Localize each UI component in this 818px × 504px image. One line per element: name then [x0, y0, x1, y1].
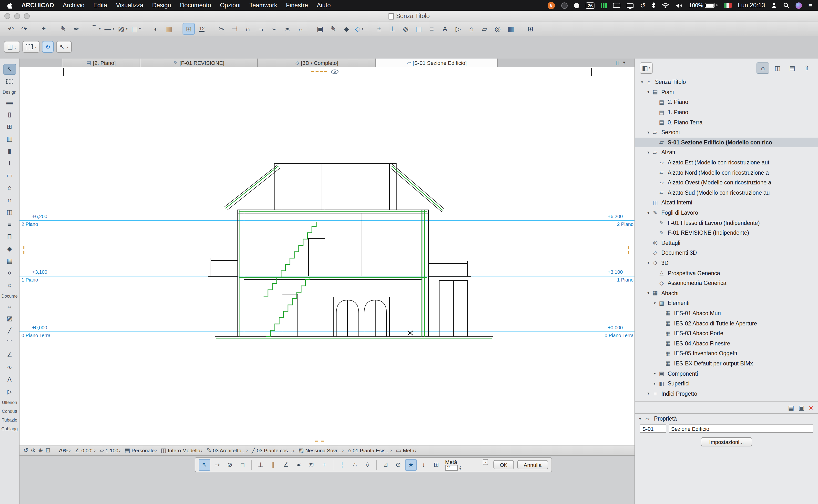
toolbar-view-3d-button[interactable]: ◇▼ — [353, 23, 365, 34]
tab-2-piano[interactable]: ▤[2. Piano] — [62, 59, 140, 67]
slab-tool[interactable]: ▭ — [3, 170, 16, 181]
stair-tool[interactable]: ≡ — [3, 219, 16, 230]
offset-snap-button[interactable]: ≍ — [293, 459, 304, 471]
display-icon[interactable] — [613, 3, 621, 8]
apple-menu-icon[interactable] — [6, 2, 17, 9]
parallel-snap-button[interactable]: ∥ — [267, 459, 279, 471]
user-icon[interactable] — [771, 2, 777, 8]
tab-3d-completo[interactable]: ◇[3D / Completo] — [258, 59, 376, 67]
layout-book-button[interactable]: ▤ — [786, 62, 798, 73]
toolbox-group-condutt[interactable]: Condutt — [2, 409, 17, 414]
tree-item-20[interactable]: ◇Assonometria Generica — [635, 278, 818, 288]
menu-item-archicad[interactable]: ARCHICAD — [17, 2, 58, 9]
tree-item-17[interactable]: ◇Documenti 3D — [635, 248, 818, 258]
toolbar-fill-bucket-button[interactable]: ◆ — [340, 23, 352, 34]
wall-tool[interactable]: ▬ — [3, 97, 16, 108]
eraser-button[interactable]: ⊘ — [224, 459, 236, 471]
toolbox-group-tubazio[interactable]: Tubazio — [2, 418, 17, 423]
toolbar-grid-snap-button[interactable]: ⊞ — [182, 23, 195, 34]
mesh-tool[interactable]: ▦ — [3, 255, 16, 266]
siri-icon[interactable] — [796, 2, 802, 9]
tree-item-3[interactable]: ▤1. Piano — [635, 107, 818, 117]
toolbar-undo-button[interactable]: ↶ — [5, 23, 17, 34]
toolbar-dimension-units-button[interactable]: 12 — [196, 23, 208, 34]
section-line-end-left[interactable] — [63, 68, 64, 76]
statusbar-structure-filter[interactable]: ◫Intero Modello› — [161, 447, 204, 454]
toolbar-offset-button[interactable]: ≍ — [281, 23, 293, 34]
marquee-tool[interactable] — [3, 76, 16, 87]
toolbar-line-options-dropdown[interactable]: —▼ — [103, 23, 116, 34]
door-tool[interactable]: ▯ — [3, 109, 16, 120]
editing-plane-button[interactable]: ◊ — [362, 459, 373, 471]
dimension-tool[interactable]: ↔ — [3, 301, 16, 312]
menu-item-teamwork[interactable]: Teamwork — [245, 2, 281, 9]
tree-item-18[interactable]: ▾◇3D — [635, 258, 818, 268]
tree-item-9[interactable]: ▱Alzato Nord (Modello con ricostruzione … — [635, 168, 818, 178]
toolbox-group-docume[interactable]: Docume — [1, 294, 18, 299]
toolbar-trim-button[interactable]: ¬ — [255, 23, 267, 34]
toolbar-schedule-button[interactable]: ▦ — [505, 23, 517, 34]
statusbar-view-options[interactable]: ▤Personale› — [124, 447, 158, 454]
tree-item-21[interactable]: ▾▦Abachi — [635, 288, 818, 298]
publisher-sets-button[interactable]: ⇧ — [800, 62, 813, 73]
menubar-clock[interactable]: Lun 20:13 — [738, 2, 765, 9]
label-tool[interactable]: ▷ — [3, 386, 16, 397]
disclosure-icon[interactable]: ▾ — [645, 150, 652, 155]
arrow-history-button[interactable]: ↖› — [56, 41, 71, 53]
tree-item-14[interactable]: ✎F-01 Flusso di Lavoro (Indipendente) — [635, 218, 818, 228]
tree-item-26[interactable]: ▦IES-04 Abaco Finestre — [635, 338, 818, 348]
toolbar-fill-options-dropdown[interactable]: ▨▼ — [117, 23, 129, 34]
toolbar-virtual-trace-button[interactable]: ▥ — [163, 23, 175, 34]
statusbar-rotation[interactable]: ∠0,00°› — [75, 447, 97, 454]
spline-tool[interactable]: ∿ — [3, 362, 16, 373]
perpendicular-snap-button[interactable]: ⊥ — [255, 459, 266, 471]
disclosure-icon[interactable]: ▾ — [645, 211, 652, 215]
tree-item-11[interactable]: ▱Alzato Sud (Modello con ricostruzione a… — [635, 188, 818, 198]
toolbar-new-layout-button[interactable]: ⊞ — [524, 23, 537, 34]
drawing-canvas[interactable]: +6,2002 Piano+6,2002 Piano+3,1001 Piano+… — [20, 67, 635, 445]
navigator-popup-button[interactable]: ◧› — [640, 62, 653, 73]
layout-navigator-button[interactable]: ◫▼ — [607, 59, 635, 67]
toolbar-find-select-button[interactable]: ⌖ — [38, 23, 50, 34]
zoom-in-button[interactable]: ⊕ — [38, 447, 43, 454]
screen-mirroring-icon[interactable] — [627, 3, 634, 8]
statusbar-scale[interactable]: ▱1:100› — [100, 447, 122, 454]
menu-item-edita[interactable]: Edita — [89, 2, 111, 9]
gravity-button[interactable]: ↓ — [418, 459, 430, 471]
settings-button[interactable]: Impostazioni... — [701, 437, 752, 446]
tree-item-15[interactable]: ✎F-01 REVISIONE (Indipendente) — [635, 228, 818, 238]
relative-construction-button[interactable]: ⊿ — [380, 459, 391, 471]
toolbar-adjust-button[interactable]: ⊣ — [228, 23, 241, 34]
multi-offset-snap-button[interactable]: ≋ — [305, 459, 317, 471]
tree-item-22[interactable]: ▾▩Elementi — [635, 298, 818, 308]
wifi-icon[interactable] — [662, 3, 669, 8]
menu-item-finestre[interactable]: Finestre — [281, 2, 312, 9]
toolbox-group-design[interactable]: Design — [3, 90, 16, 95]
disclosure-icon[interactable]: ▸ — [652, 381, 658, 386]
toolbar-text-button[interactable]: A — [439, 23, 451, 34]
viewpoint-id-field[interactable]: S-01 — [640, 424, 666, 433]
tree-item-24[interactable]: ▦IES-02 Abaco di Tutte le Aperture — [635, 318, 818, 328]
text-tool[interactable]: A — [3, 374, 16, 385]
toolbar-redo-button[interactable]: ↷ — [18, 23, 30, 34]
polyline-tool[interactable]: ∠ — [3, 350, 16, 360]
menu-item-visualizza[interactable]: Visualizza — [111, 2, 148, 9]
tree-item-1[interactable]: ▾▤Piani — [635, 87, 818, 97]
disclosure-icon[interactable]: ▾ — [645, 261, 652, 265]
menu-item-opzioni[interactable]: Opzioni — [215, 2, 245, 9]
toolbar-section-button[interactable]: ▱ — [478, 23, 491, 34]
volume-icon[interactable] — [676, 3, 683, 8]
fill-tool[interactable]: ▨ — [3, 313, 16, 324]
menu-item-archivio[interactable]: Archivio — [58, 2, 89, 9]
tracker-button[interactable]: ⇢ — [211, 459, 223, 471]
tree-item-19[interactable]: △Prospettiva Generica — [635, 268, 818, 278]
menu-item-documento[interactable]: Documento — [175, 2, 215, 9]
column-tool[interactable]: ▮ — [3, 146, 16, 156]
tree-item-5[interactable]: ▾▱Sezioni — [635, 127, 818, 137]
tree-item-16[interactable]: ◎Dettagli — [635, 238, 818, 248]
battery-icon[interactable]: 100% — [689, 2, 717, 8]
view-chooser-button[interactable]: ◫› — [4, 41, 20, 53]
toolbar-lines-button[interactable]: ≡ — [426, 23, 438, 34]
special-points-button[interactable]: + — [318, 459, 330, 471]
disclosure-icon[interactable]: ▸ — [652, 371, 658, 376]
